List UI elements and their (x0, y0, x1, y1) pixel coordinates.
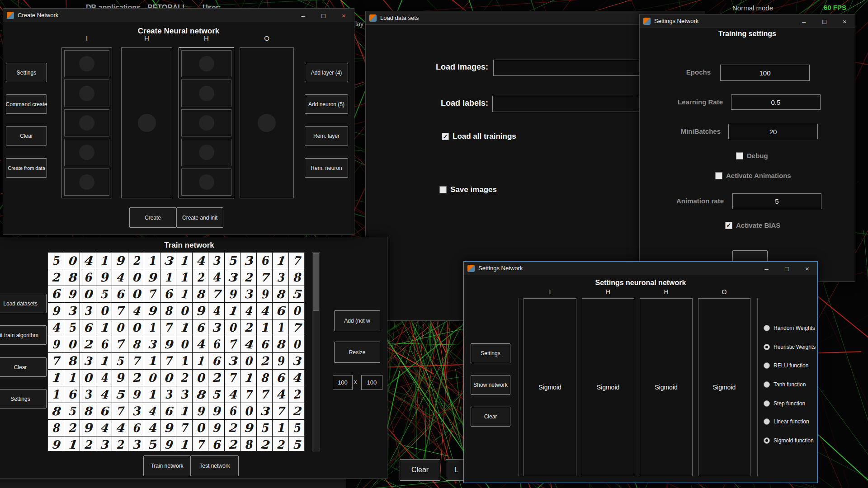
close-button[interactable]: × (835, 14, 855, 28)
maximize-button[interactable]: □ (777, 262, 797, 275)
epochs-label: Epochs (640, 68, 711, 76)
activate-bias-checkbox[interactable]: ✓ Activate BIAS (725, 221, 780, 229)
clear-button[interactable]: Clear (471, 407, 510, 427)
create-from-data-button[interactable]: Create from data (6, 158, 47, 178)
digit-grid[interactable]: 5041921314353617286940911243273869056076… (47, 252, 305, 451)
neuron-box[interactable] (64, 139, 109, 166)
load-all-trainings-checkbox[interactable]: ✓ Load all trainings (442, 132, 516, 141)
close-button[interactable]: × (797, 262, 817, 275)
window-title: Settings Network (478, 265, 523, 272)
edit-train-algorithm-button[interactable]: Edit train algorithm (0, 325, 47, 345)
maximize-button[interactable]: □ (814, 14, 835, 28)
minibatches-input[interactable]: 20 (728, 124, 818, 139)
neuron-box[interactable] (64, 109, 109, 136)
neuron-box[interactable] (181, 80, 231, 107)
input-layer-column[interactable] (61, 47, 112, 198)
digit-cell: 0 (144, 370, 160, 386)
neuron-box[interactable] (181, 109, 231, 136)
radio-linear-function[interactable]: Linear function (764, 418, 809, 425)
epochs-input[interactable]: 100 (720, 65, 810, 81)
digit-cell: 6 (257, 336, 273, 352)
neuron-box[interactable] (64, 80, 109, 107)
settings-button[interactable]: Settings (0, 389, 47, 408)
neuron-box[interactable] (64, 169, 109, 196)
width-input[interactable]: 100 (333, 375, 353, 390)
digit-cell: 7 (112, 403, 128, 419)
add-neuron-button[interactable]: Add neuron (5) (305, 94, 348, 114)
digit-cell: 6 (273, 303, 288, 319)
clear-button[interactable]: Clear (0, 357, 47, 377)
digit-cell: 3 (128, 436, 144, 451)
learning-rate-input[interactable]: 0.5 (731, 94, 821, 110)
scrollbar-thumb[interactable] (313, 253, 319, 311)
resize-button[interactable]: Resize (334, 342, 380, 363)
digit-cell: 1 (96, 319, 112, 336)
create-button[interactable]: Create (129, 207, 176, 228)
digit-cell: 2 (257, 353, 273, 369)
activation-column-input[interactable]: Sigmoid (524, 298, 576, 476)
digit-cell: 5 (64, 403, 80, 419)
show-network-button[interactable]: Show network (471, 375, 510, 395)
activation-column-hidden1[interactable]: Sigmoid (582, 298, 634, 476)
settings-button[interactable]: Settings (471, 343, 510, 363)
settings-button[interactable]: Settings (6, 63, 47, 82)
digit-cell: 1 (241, 370, 256, 386)
activate-animations-checkbox[interactable]: Activate Animations (715, 172, 791, 179)
digit-cell: 9 (193, 303, 208, 319)
minimize-button[interactable]: – (794, 14, 814, 28)
load-datasets-button[interactable]: Load datasets (0, 294, 47, 313)
activation-column-hidden2[interactable]: Sigmoid (640, 298, 693, 476)
digit-cell: 0 (80, 286, 96, 302)
minimize-button[interactable]: – (293, 9, 313, 22)
digit-cell: 4 (128, 303, 144, 319)
close-button[interactable]: × (334, 9, 354, 22)
debug-checkbox[interactable]: Debug (736, 152, 768, 160)
minimize-button[interactable]: – (756, 262, 777, 275)
radio-relu-function[interactable]: RELU function (764, 362, 808, 369)
layer-header-hidden1: H (582, 288, 634, 296)
section-heading: Training settings (640, 30, 855, 38)
titlebar[interactable]: Settings Network – □ × (464, 262, 817, 275)
save-images-checkbox[interactable]: Save images (439, 185, 497, 194)
digit-cell: 2 (176, 370, 192, 386)
command-create-button[interactable]: Command create (6, 94, 47, 114)
output-layer-column[interactable] (240, 47, 294, 198)
digit-cell: 0 (80, 370, 96, 386)
radio-step-function[interactable]: Step function (764, 400, 805, 407)
neuron-box[interactable] (64, 50, 109, 77)
titlebar[interactable]: Settings Network – □ × (640, 14, 855, 28)
add-layer-button[interactable]: Add layer (4) (305, 63, 348, 82)
digit-cell: 2 (289, 403, 305, 419)
load-images-label: Load images: (393, 62, 488, 72)
create-and-init-button[interactable]: Create and init (176, 207, 223, 228)
neuron-box[interactable] (181, 50, 231, 77)
hidden-layer-2-column[interactable] (179, 47, 234, 198)
clear-button[interactable]: Clear (6, 126, 47, 145)
radio-sigmoid-function[interactable]: Sigmoid function (764, 437, 814, 444)
activation-column-output[interactable]: Sigmoid (698, 298, 750, 476)
digit-cell: 9 (48, 436, 64, 451)
digit-cell: 2 (80, 336, 96, 352)
digit-cell: 6 (257, 253, 273, 269)
test-network-button[interactable]: Test network (191, 455, 239, 476)
height-input[interactable]: 100 (361, 375, 382, 390)
radio-random-weights[interactable]: Random Weights (764, 325, 815, 331)
titlebar[interactable]: Create Network – □ × (3, 9, 354, 22)
remove-layer-button[interactable]: Rem. layer (305, 126, 348, 145)
digit-cell: 9 (241, 420, 256, 436)
clear-button[interactable]: Clear (400, 459, 440, 481)
animation-rate-input[interactable]: 5 (732, 193, 821, 209)
train-network-button[interactable]: Train network (143, 455, 191, 476)
neuron-box[interactable] (181, 139, 231, 166)
remove-neuron-button[interactable]: Rem. neuron (305, 158, 348, 178)
digit-cell: 5 (48, 253, 64, 269)
hidden-layer-1-column[interactable] (121, 47, 172, 198)
digit-cell: 9 (160, 436, 176, 451)
radio-tanh-function[interactable]: Tanh function (764, 381, 806, 388)
add-button[interactable]: Add (not w (334, 310, 380, 331)
radio-heuristic-weights[interactable]: Heuristic Weights (764, 344, 816, 350)
maximize-button[interactable]: □ (313, 9, 334, 22)
layer-header-hidden2: H (179, 34, 234, 42)
scrollbar[interactable] (312, 252, 320, 451)
neuron-box[interactable] (181, 169, 231, 196)
